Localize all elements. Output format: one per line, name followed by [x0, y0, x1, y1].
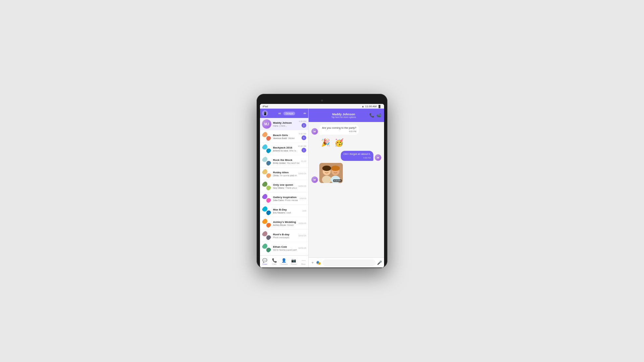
nav-item-photos[interactable]: 📷 Photos: [289, 256, 299, 267]
chat-name: Rock the Block: [273, 159, 300, 162]
message-text: Oh! I forgot all about it.: [343, 153, 371, 156]
group-avatar: [262, 144, 271, 154]
message-row: M: [311, 163, 381, 183]
nav-item-contacts[interactable]: 👤 Contacts: [279, 256, 289, 267]
chat-info: Ethan Cole We're having a pool party at …: [273, 245, 297, 251]
chat-meta: 1/16/15: [300, 197, 306, 199]
sticker: 🎉: [319, 137, 331, 149]
edit-icon[interactable]: ✏: [304, 112, 306, 115]
chat-info: Roni's B-day Photo messages: [273, 233, 297, 239]
chat-preview: Julia Calvo: Photo message: [273, 199, 298, 201]
chat-item[interactable]: Ashley's Wedding Ashley Brook: Sticker 1…: [260, 217, 308, 230]
chat-list-header: 📱 All Groups ✏: [260, 109, 308, 118]
photo-time: 4:18 PM: [333, 179, 342, 182]
battery-icon: ▐▌: [378, 105, 381, 108]
photo-message[interactable]: 4:18 PM: [319, 163, 343, 183]
chat-contact-name: Maddy Johnson: [318, 113, 369, 116]
avatar: MJ: [262, 119, 271, 129]
nav-item-calls[interactable]: 📞 Calls: [270, 256, 279, 267]
chat-name: Roni's B-day: [273, 233, 297, 236]
chat-item[interactable]: Beach Girls Vanessa Baldi: Sticker 9:00 …: [260, 130, 308, 143]
message-avatar: M: [311, 176, 318, 183]
chat-meta: 12/31/15: [299, 247, 306, 249]
chats-icon: 💬: [262, 258, 267, 263]
chat-time: 1/10: [302, 210, 306, 212]
group-avatar: [262, 194, 271, 203]
message-avatar: M: [375, 154, 381, 161]
video-call-btn[interactable]: 📹: [376, 113, 381, 118]
chat-preview: Eric Navarro: cool!: [273, 212, 301, 214]
group-avatar: [262, 206, 271, 216]
chat-contact-subtitle: Tap here for more options: [318, 116, 369, 118]
chat-item[interactable]: Robby Allen Olivia: I'm gonna grab me so…: [260, 168, 308, 180]
chat-view-title[interactable]: Maddy Johnson Tap here for more options: [318, 113, 369, 118]
message-avatar: [311, 142, 318, 149]
chat-name: Backpack 2016: [273, 146, 296, 149]
chat-time: 10:08 AM: [298, 145, 306, 147]
sticker-message: 🎉 🥳: [319, 137, 345, 149]
chat-info: Max B-Day Eric Navarro: cool!: [273, 208, 301, 214]
chat-preview: Ashley Brook: Sticker: [273, 224, 297, 226]
message-bubble: Are you coming to the party? 4:05 PM: [319, 125, 359, 135]
sticker-button[interactable]: 🎤: [377, 260, 382, 265]
chat-preview: We're having a pool party at my place on…: [273, 249, 297, 251]
add-button[interactable]: ＋: [311, 260, 315, 265]
group-avatar: [262, 243, 271, 253]
audio-call-btn[interactable]: 📞: [369, 113, 374, 118]
chat-preview: Haha ;) here...: [273, 125, 297, 127]
chat-item[interactable]: MJ Maddy Johson Haha ;) here... 4:20 PM …: [260, 118, 308, 130]
group-avatar: [262, 231, 271, 240]
tab-all[interactable]: All: [276, 112, 283, 115]
message-time: 4:06 PM: [343, 157, 371, 160]
emoji-button[interactable]: 🎭: [316, 260, 321, 265]
chat-time: 9:00 AM: [299, 133, 306, 135]
chat-time: 12/31/15: [299, 185, 306, 187]
chat-input-bar: ＋ 🎭 🎤: [309, 257, 384, 267]
chat-time: 12/31/15: [299, 222, 306, 224]
chat-list-scroll[interactable]: MJ Maddy Johson Haha ;) here... 4:20 PM …: [260, 118, 308, 255]
message-time: 4:05 PM: [322, 130, 356, 133]
app-container: 📱 All Groups ✏ MJ Maddy J: [260, 109, 384, 267]
chat-preview: Photo messages: [273, 236, 297, 239]
chat-name: Max B-Day: [273, 208, 301, 211]
message-text: Are you coming to the party?: [322, 126, 356, 129]
chat-name: Ashley's Wedding: [273, 221, 297, 224]
svg-point-4: [331, 166, 340, 171]
contacts-icon: 👤: [281, 258, 286, 263]
chat-item[interactable]: Max B-Day Eric Navarro: cool! 1/10: [260, 205, 308, 217]
carrier-text: iPad: [263, 105, 268, 108]
nav-item-more[interactable]: ⋯ More: [299, 256, 308, 267]
tab-groups[interactable]: Groups: [283, 112, 295, 115]
chat-meta: 4:20 PM 2: [299, 120, 306, 128]
message-input[interactable]: [322, 259, 376, 266]
bottom-nav: 💬 Chats 📞 Calls 👤 Contacts 📷 Photos: [260, 255, 308, 267]
chat-meta: 9:00 AM 5: [299, 133, 306, 140]
nav-label: Contacts: [280, 263, 288, 265]
chat-time: 12/31/15: [299, 235, 306, 237]
chat-info: Only one queen Guy Oleary: Thank you all…: [273, 183, 297, 189]
nav-label: Photos: [291, 263, 297, 265]
chat-item[interactable]: Roni's B-day Photo messages 12/31/15: [260, 230, 308, 242]
chat-item[interactable]: Ethan Cole We're having a pool party at …: [260, 242, 308, 254]
unread-badge: 2: [302, 123, 306, 128]
chat-preview: Emily Jordan: You won't believe who I ju…: [273, 162, 300, 164]
chat-info: Beach Girls Vanessa Baldi: Sticker: [273, 134, 297, 139]
chat-meta: 1/10: [302, 210, 306, 212]
svg-point-3: [322, 166, 331, 171]
front-camera: [321, 100, 323, 102]
group-avatar: [262, 169, 271, 178]
chat-view-panel: Maddy Johnson Tap here for more options …: [309, 109, 384, 267]
chat-time: 4:20 PM: [299, 120, 306, 122]
chat-info: Gallery inspiration Julia Calvo: Photo m…: [273, 196, 298, 201]
nav-item-chats[interactable]: 💬 Chats: [260, 256, 270, 267]
chat-meta: 12/31/15: [299, 235, 306, 237]
chat-info: Rock the Block Emily Jordan: You won't b…: [273, 159, 300, 164]
sticker: 🥳: [333, 137, 345, 149]
chat-item[interactable]: Only one queen Guy Oleary: Thank you all…: [260, 180, 308, 192]
chat-item[interactable]: Rock the Block Emily Jordan: You won't b…: [260, 155, 308, 168]
chat-item[interactable]: Backpack 2016 Antonio la cava: Who is ch…: [260, 143, 308, 155]
chat-info: Ashley's Wedding Ashley Brook: Sticker: [273, 221, 297, 226]
status-bar: iPad ▲ 11:00 AM ▐▌: [260, 104, 384, 109]
chat-item[interactable]: Gallery inspiration Julia Calvo: Photo m…: [260, 192, 308, 205]
status-icons: ▲ 11:00 AM ▐▌: [362, 105, 381, 108]
